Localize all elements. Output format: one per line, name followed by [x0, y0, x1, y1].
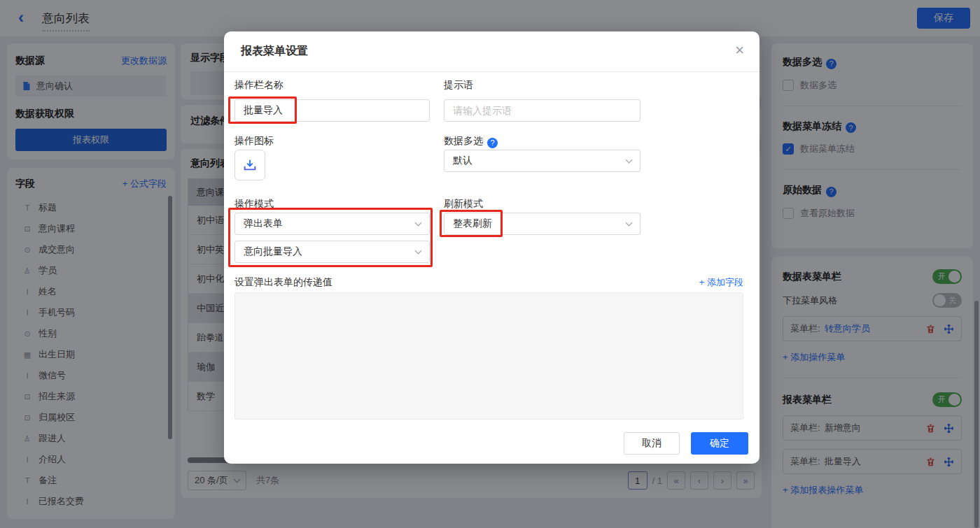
chevron-down-icon: [415, 220, 422, 227]
action-name-label: 操作栏名称: [234, 79, 284, 92]
action-mode-value: 弹出表单: [244, 217, 283, 230]
refresh-mode-label: 刷新模式: [444, 198, 483, 211]
close-icon[interactable]: ×: [735, 43, 744, 58]
cancel-button[interactable]: 取消: [624, 432, 680, 455]
chevron-down-icon: [626, 220, 633, 227]
transfer-value-label: 设置弹出表单的传递值: [234, 276, 332, 289]
download-icon: [242, 157, 258, 173]
action-icon-button[interactable]: [234, 150, 265, 180]
action-mode-dropdown[interactable]: 弹出表单: [234, 213, 430, 235]
chevron-down-icon: [415, 248, 422, 255]
multi-select-dropdown[interactable]: 默认: [444, 150, 640, 172]
multi-select-label-text: 数据多选: [444, 135, 483, 146]
refresh-mode-value: 整表刷新: [453, 217, 492, 230]
action-target-value: 意向批量导入: [244, 245, 302, 258]
dialog-header: 报表菜单设置: [224, 31, 760, 72]
help-icon[interactable]: ?: [487, 138, 498, 148]
multi-select-value: 默认: [453, 155, 472, 167]
dialog-title: 报表菜单设置: [241, 44, 308, 59]
confirm-button[interactable]: 确定: [691, 432, 748, 455]
transfer-value-area[interactable]: [234, 292, 743, 420]
tip-input[interactable]: [444, 99, 640, 122]
action-name-input[interactable]: [234, 99, 430, 122]
multi-select-label: 数据多选?: [444, 135, 498, 148]
add-field-link[interactable]: + 添加字段: [699, 276, 743, 289]
action-mode-label: 操作模式: [234, 198, 274, 211]
chevron-down-icon: [626, 157, 633, 164]
action-target-dropdown[interactable]: 意向批量导入: [234, 241, 430, 263]
tip-label: 提示语: [444, 79, 473, 92]
refresh-mode-dropdown[interactable]: 整表刷新: [444, 213, 640, 235]
report-menu-settings-dialog: 报表菜单设置 × 操作栏名称 提示语 操作图标 数据多选? 默认 操作模式 刷新…: [224, 31, 760, 464]
action-icon-label: 操作图标: [234, 135, 274, 148]
